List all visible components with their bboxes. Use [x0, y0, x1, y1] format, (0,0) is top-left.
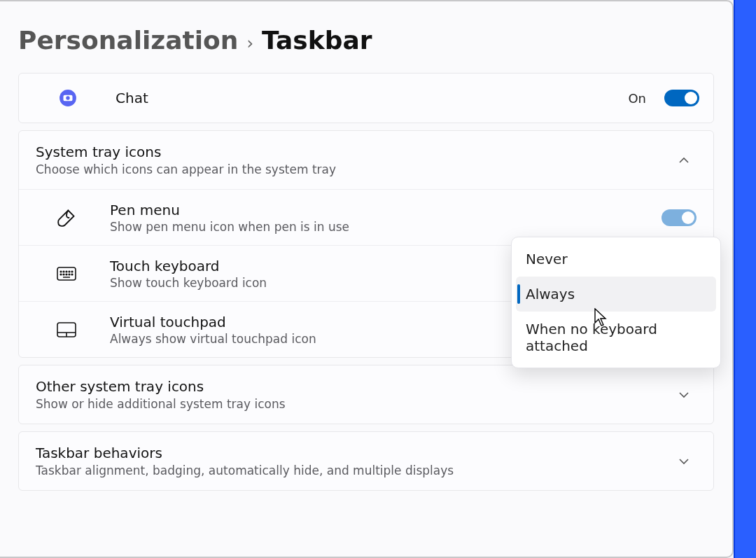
- svg-point-11: [66, 274, 67, 275]
- svg-point-10: [63, 274, 64, 275]
- behaviors-subtitle: Taskbar alignment, badging, automaticall…: [36, 463, 659, 477]
- chat-icon: [33, 89, 103, 107]
- svg-point-6: [66, 271, 67, 272]
- chat-card: Chat On: [18, 73, 714, 123]
- system-tray-title: System tray icons: [36, 144, 659, 160]
- pen-menu-subtitle: Show pen menu icon when pen is in use: [110, 220, 649, 234]
- other-tray-card: Other system tray icons Show or hide add…: [18, 365, 714, 424]
- other-tray-title: Other system tray icons: [36, 378, 659, 395]
- pen-menu-title: Pen menu: [110, 202, 649, 218]
- touchpad-icon: [36, 322, 97, 337]
- chevron-right-icon: ›: [246, 34, 253, 53]
- pen-menu-toggle[interactable]: [662, 209, 696, 226]
- chevron-down-icon: [671, 449, 696, 474]
- svg-point-9: [60, 274, 62, 275]
- dropdown-option-never[interactable]: Never: [516, 242, 716, 277]
- chevron-up-icon: [671, 148, 696, 173]
- behaviors-header[interactable]: Taskbar behaviors Taskbar alignment, bad…: [19, 432, 713, 490]
- svg-point-2: [66, 96, 69, 99]
- other-tray-subtitle: Show or hide additional system tray icon…: [36, 397, 659, 411]
- chat-row[interactable]: Chat On: [19, 74, 713, 123]
- chat-label: Chat: [115, 90, 615, 106]
- desktop-background-edge: [734, 0, 756, 558]
- dropdown-option-always[interactable]: Always: [516, 277, 716, 312]
- breadcrumb-current: Taskbar: [262, 26, 372, 55]
- svg-point-12: [69, 274, 70, 275]
- svg-point-13: [71, 274, 73, 275]
- system-tray-subtitle: Choose which icons can appear in the sys…: [36, 162, 659, 176]
- behaviors-title: Taskbar behaviors: [36, 445, 659, 461]
- svg-point-4: [60, 271, 62, 272]
- dropdown-option-when-no-keyboard[interactable]: When no keyboard attached: [516, 312, 716, 363]
- chevron-down-icon: [671, 382, 696, 407]
- svg-point-7: [69, 271, 70, 272]
- behaviors-card: Taskbar behaviors Taskbar alignment, bad…: [18, 431, 714, 491]
- pen-icon: [36, 208, 97, 228]
- svg-point-8: [71, 271, 73, 272]
- chat-toggle[interactable]: [664, 90, 699, 106]
- system-tray-header[interactable]: System tray icons Choose which icons can…: [19, 131, 713, 189]
- chat-state-text: On: [628, 91, 646, 106]
- breadcrumb-parent[interactable]: Personalization: [18, 26, 238, 55]
- other-tray-header[interactable]: Other system tray icons Show or hide add…: [19, 365, 713, 424]
- keyboard-icon: [36, 267, 97, 281]
- touch-keyboard-dropdown: Never Always When no keyboard attached: [511, 237, 721, 368]
- breadcrumb: Personalization › Taskbar: [0, 15, 732, 73]
- svg-point-5: [63, 271, 64, 272]
